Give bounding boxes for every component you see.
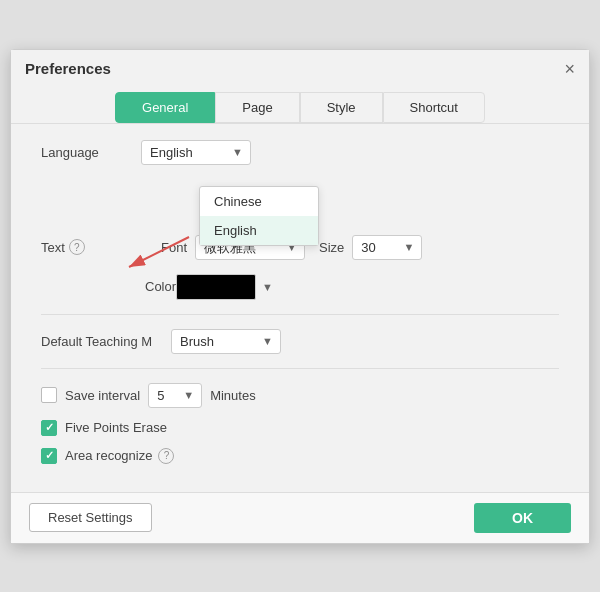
dialog-header: Preferences × (11, 50, 589, 86)
dialog-body: Language English Chinese ▼ Chinese Engli… (11, 124, 589, 492)
default-teaching-select[interactable]: Brush (171, 329, 281, 354)
color-row: Color ▼ (41, 274, 559, 300)
tab-shortcut[interactable]: Shortcut (383, 92, 485, 123)
language-row: Language English Chinese ▼ (41, 140, 559, 165)
size-select-wrap: 30 ▼ (352, 235, 422, 260)
close-button[interactable]: × (564, 60, 575, 78)
reset-settings-button[interactable]: Reset Settings (29, 503, 152, 532)
default-teaching-row: Default Teaching M Brush ▼ (41, 329, 559, 354)
language-select[interactable]: English Chinese (141, 140, 251, 165)
size-select[interactable]: 30 (352, 235, 422, 260)
minutes-label: Minutes (210, 388, 256, 403)
text-label-group: Text ? (41, 239, 141, 255)
color-swatch[interactable] (176, 274, 256, 300)
area-recognize-help-icon[interactable]: ? (158, 448, 174, 464)
language-select-wrap: English Chinese ▼ (141, 140, 251, 165)
area-recognize-checkbox[interactable] (41, 448, 57, 464)
text-help-icon[interactable]: ? (69, 239, 85, 255)
save-interval-select[interactable]: 5 (148, 383, 202, 408)
default-teaching-select-wrap: Brush ▼ (171, 329, 281, 354)
language-dropdown[interactable]: Chinese English (199, 186, 319, 246)
tab-style[interactable]: Style (300, 92, 383, 123)
font-label: Font (161, 240, 187, 255)
tab-bar: General Page Style Shortcut (11, 86, 589, 124)
dropdown-item-english[interactable]: English (200, 216, 318, 245)
default-teaching-label: Default Teaching M (41, 334, 171, 349)
dialog-title: Preferences (25, 60, 111, 77)
five-points-label: Five Points Erase (65, 420, 167, 435)
divider-2 (41, 368, 559, 369)
area-recognize-row: Area recognize ? (41, 448, 559, 464)
color-label: Color (41, 279, 176, 294)
tab-page[interactable]: Page (215, 92, 299, 123)
save-interval-row: Save interval 5 ▼ Minutes (41, 383, 559, 408)
language-label: Language (41, 145, 141, 160)
five-points-row: Five Points Erase (41, 420, 559, 436)
area-recognize-label: Area recognize (65, 448, 152, 463)
text-label: Text (41, 240, 65, 255)
size-label: Size (319, 240, 344, 255)
dropdown-item-chinese[interactable]: Chinese (200, 187, 318, 216)
ok-button[interactable]: OK (474, 503, 571, 533)
save-interval-label: Save interval (65, 388, 140, 403)
tab-general[interactable]: General (115, 92, 215, 123)
dialog-footer: Reset Settings OK (11, 492, 589, 543)
color-dropdown-arrow-icon[interactable]: ▼ (262, 281, 273, 293)
save-interval-select-wrap: 5 ▼ (148, 383, 202, 408)
divider-1 (41, 314, 559, 315)
save-interval-checkbox[interactable] (41, 387, 57, 403)
five-points-checkbox[interactable] (41, 420, 57, 436)
preferences-dialog: Preferences × General Page Style Shortcu… (10, 49, 590, 544)
